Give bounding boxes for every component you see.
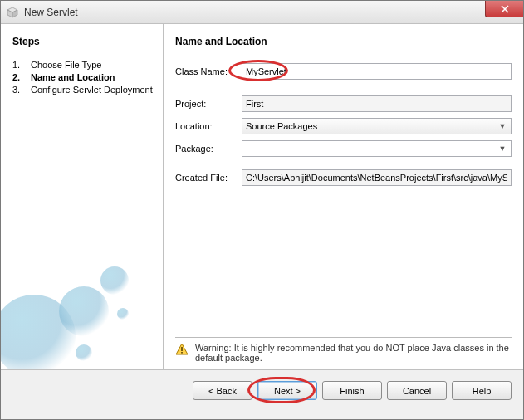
warning-icon (175, 343, 189, 356)
package-label: Package: (175, 144, 242, 154)
row-package: Package: ▼ (175, 140, 512, 157)
close-button[interactable] (485, 1, 523, 17)
step-number: 3. (12, 85, 22, 95)
step-label: Configure Servlet Deployment (31, 85, 153, 95)
wizard-window: New Servlet Steps 1. Choose File Type 2.… (0, 0, 524, 420)
step-number: 1. (12, 60, 22, 70)
row-project: Project: (175, 95, 512, 112)
class-name-label: Class Name: (175, 66, 242, 76)
app-icon (6, 6, 19, 19)
location-dropdown[interactable]: Source Packages ▼ (242, 118, 512, 134)
content-area: Steps 1. Choose File Type 2. Name and Lo… (1, 24, 523, 369)
package-dropdown[interactable]: ▼ (242, 140, 512, 157)
step-configure-deployment: 3. Configure Servlet Deployment (12, 85, 156, 95)
warning-area: Warning: It is highly recommended that y… (175, 337, 512, 363)
steps-panel: Steps 1. Choose File Type 2. Name and Lo… (1, 24, 164, 369)
row-created-file: Created File: (175, 169, 512, 186)
form-panel: Name and Location Class Name: Project: L… (164, 24, 523, 369)
created-file-field (242, 169, 512, 186)
button-bar: < Back Next > Finish Cancel Help (1, 369, 523, 411)
cancel-button[interactable]: Cancel (387, 381, 447, 400)
location-value: Source Packages (246, 121, 317, 131)
steps-heading: Steps (12, 36, 156, 51)
warning-text: Warning: It is highly recommended that y… (195, 343, 512, 363)
finish-button[interactable]: Finish (322, 381, 382, 400)
class-name-input[interactable] (242, 63, 512, 80)
help-button[interactable]: Help (452, 381, 512, 400)
decorative-bubbles (1, 237, 164, 369)
row-class-name: Class Name: (175, 63, 512, 80)
step-label: Name and Location (31, 72, 115, 82)
panel-heading: Name and Location (175, 36, 512, 51)
chevron-down-icon: ▼ (496, 120, 509, 133)
row-location: Location: Source Packages ▼ (175, 118, 512, 134)
step-name-and-location: 2. Name and Location (12, 72, 156, 82)
next-button[interactable]: Next > (257, 381, 317, 400)
step-number: 2. (12, 72, 22, 82)
step-choose-file-type: 1. Choose File Type (12, 60, 156, 70)
project-label: Project: (175, 99, 242, 109)
titlebar: New Servlet (1, 1, 523, 24)
svg-rect-5 (181, 352, 183, 354)
location-label: Location: (175, 121, 242, 131)
window-title: New Servlet (24, 7, 78, 18)
step-label: Choose File Type (31, 60, 101, 70)
project-field (242, 95, 512, 112)
created-file-label: Created File: (175, 173, 242, 183)
steps-list: 1. Choose File Type 2. Name and Location… (12, 60, 156, 95)
chevron-down-icon: ▼ (496, 142, 509, 155)
back-button[interactable]: < Back (193, 381, 252, 400)
svg-rect-4 (181, 347, 183, 351)
